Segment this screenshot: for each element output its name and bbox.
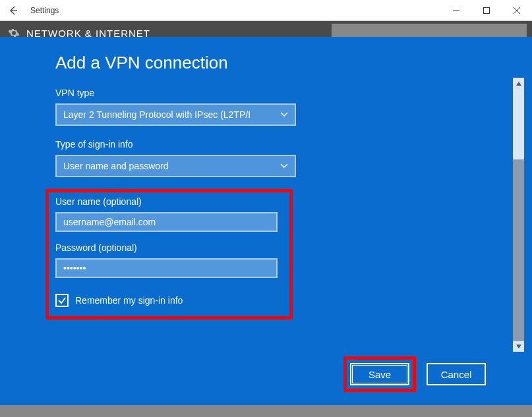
username-value: username@email.com <box>63 217 156 227</box>
password-input[interactable]: ••••••• <box>55 258 278 278</box>
back-button[interactable] <box>0 0 26 21</box>
scroll-up-icon[interactable] <box>513 78 524 89</box>
remember-checkbox[interactable] <box>55 294 69 307</box>
vpn-dialog: Add a VPN connection VPN type Layer 2 Tu… <box>0 37 532 405</box>
save-label: Save <box>369 369 391 380</box>
signin-type-dropdown[interactable]: User name and password <box>55 155 296 177</box>
chevron-down-icon <box>280 163 288 170</box>
close-button[interactable] <box>502 0 532 21</box>
dialog-buttons: Save Cancel <box>343 356 486 392</box>
cancel-button[interactable]: Cancel <box>427 363 486 385</box>
username-input[interactable]: username@email.com <box>55 212 278 232</box>
username-group: User name (optional) username@email.com <box>55 196 283 232</box>
username-label: User name (optional) <box>55 196 283 207</box>
svg-rect-2 <box>484 8 490 14</box>
scrollbar[interactable] <box>513 78 524 352</box>
maximize-icon <box>483 7 490 14</box>
signin-type-value: User name and password <box>63 161 169 171</box>
save-button[interactable]: Save <box>350 363 409 385</box>
password-label: Password (optional) <box>55 242 283 253</box>
save-highlight: Save <box>343 356 416 392</box>
scroll-down-icon[interactable] <box>513 341 524 352</box>
vpn-type-value: Layer 2 Tunneling Protocol with IPsec (L… <box>63 109 251 120</box>
window-controls <box>441 0 532 21</box>
window-title: Settings <box>30 6 59 15</box>
chevron-down-icon <box>280 111 288 119</box>
remember-label: Remember my sign-in info <box>75 295 183 306</box>
signin-type-label: Type of sign-in info <box>55 139 299 150</box>
vpn-type-group: VPN type Layer 2 Tunneling Protocol with… <box>55 88 299 126</box>
credentials-highlight: User name (optional) username@email.com … <box>45 189 293 320</box>
vpn-type-label: VPN type <box>55 88 299 98</box>
password-value: ••••••• <box>63 263 86 273</box>
signin-type-group: Type of sign-in info User name and passw… <box>55 139 299 177</box>
cancel-label: Cancel <box>441 369 472 380</box>
password-group: Password (optional) ••••••• <box>55 242 283 278</box>
scrollbar-thumb[interactable] <box>513 159 524 341</box>
minimize-icon <box>453 7 459 14</box>
close-icon <box>514 7 520 14</box>
footer-dimmed <box>0 405 532 417</box>
titlebar: Settings <box>0 0 532 21</box>
minimize-button[interactable] <box>441 0 471 21</box>
arrow-left-icon <box>8 5 18 16</box>
vpn-type-dropdown[interactable]: Layer 2 Tunneling Protocol with IPsec (L… <box>55 103 296 126</box>
remember-row[interactable]: Remember my sign-in info <box>55 294 283 307</box>
checkmark-icon <box>57 296 67 305</box>
maximize-button[interactable] <box>471 0 502 21</box>
page-title: Add a VPN connection <box>55 53 532 73</box>
